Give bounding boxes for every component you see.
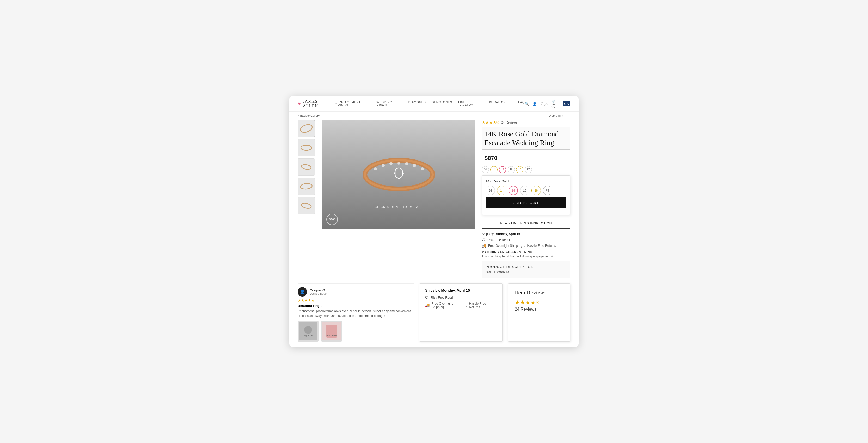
- size-14-white[interactable]: 14: [486, 186, 495, 195]
- risk-free-label: Risk-Free Retail: [488, 238, 510, 242]
- thumbnail-1[interactable]: [298, 120, 315, 137]
- thumbnail-2[interactable]: [298, 139, 315, 156]
- wishlist-icon[interactable]: ♡(0): [540, 102, 548, 106]
- ships-by-text: Ships by: Monday, April 15: [482, 232, 570, 236]
- matching-section: Matching Engagement Ring This matching b…: [482, 250, 570, 258]
- ships-risk-free: 🛡 Risk-Free Retail: [425, 295, 497, 300]
- item-reviews-title: Item Reviews: [515, 289, 563, 296]
- main-product-image[interactable]: Click & Drag to Rotate 360°: [322, 120, 475, 229]
- ships-popup: Ships by: Monday, April 15 🛡 Risk-Free R…: [419, 283, 502, 342]
- rating-row: ★★★★½ 24 Reviews: [482, 120, 570, 125]
- product-thumbnails: [298, 120, 316, 278]
- review-photo-2[interactable]: box photo: [321, 321, 342, 342]
- svg-point-6: [405, 162, 408, 165]
- top-size-14r[interactable]: 14: [499, 166, 506, 173]
- add-to-cart-button[interactable]: Add to Cart: [486, 197, 566, 209]
- review-section: 👤 Cooper G. Verified Buyer ★★★★★ Beautif…: [298, 283, 414, 342]
- cart-icon[interactable]: 🛒(0): [551, 100, 559, 107]
- svg-point-4: [390, 162, 393, 165]
- reviews-count[interactable]: 24 Reviews: [501, 121, 518, 124]
- ships-shipping-link[interactable]: Free Overnight Shipping: [432, 302, 464, 309]
- brand-name: James Allen: [303, 99, 334, 108]
- top-size-options: 14 14 14 18 18 PT: [482, 166, 570, 173]
- review-photo-1[interactable]: ring photo: [298, 321, 318, 342]
- svg-point-2: [374, 167, 377, 170]
- review-photos: ring photo box photo: [298, 321, 414, 342]
- size-14-rose-selected[interactable]: 14: [508, 186, 518, 195]
- user-icon[interactable]: 👤: [532, 102, 537, 106]
- thumbnail-5[interactable]: [298, 197, 315, 214]
- reviewer-name: Cooper G.: [310, 288, 328, 292]
- nav-fine-jewelry[interactable]: Fine Jewelry: [458, 101, 481, 107]
- nav-icons: 🔍 👤 ♡(0) 🛒(0) US: [525, 100, 570, 107]
- metal-options-popup: 14K Rose Gold 14 14 14 18 18 PT Add to C…: [482, 176, 570, 215]
- nav-diamonds[interactable]: Diamonds: [408, 101, 426, 107]
- svg-point-3: [382, 164, 385, 167]
- reviewer-info: Cooper G. Verified Buyer: [310, 288, 328, 295]
- thumbnail-3[interactable]: [298, 158, 315, 176]
- top-size-18g[interactable]: 18: [516, 166, 523, 173]
- main-content: Click & Drag to Rotate 360° ★★★★½ 24 Rev…: [289, 120, 579, 283]
- review-text: Phenomenal product that looks even bette…: [298, 309, 414, 318]
- nav-education[interactable]: Education: [487, 101, 506, 107]
- ships-shield-icon: 🛡: [425, 295, 429, 300]
- inspection-button[interactable]: Real-Time Ring Inspection: [482, 218, 570, 228]
- brand-logo[interactable]: ♥ James Allen ®: [298, 99, 338, 108]
- product-sku: SKU 16096R14: [486, 270, 566, 274]
- shield-icon: 🛡: [482, 238, 485, 242]
- locale-badge[interactable]: US: [562, 101, 570, 106]
- svg-point-7: [413, 164, 416, 167]
- ships-returns-link[interactable]: Hassle-Free Returns: [469, 302, 497, 309]
- shipping-row: 🚚 Free Overnight Shipping, Hassle-Free R…: [482, 244, 570, 248]
- svg-text:ring photo: ring photo: [303, 334, 313, 337]
- ships-risk-label: Risk-Free Retail: [431, 296, 453, 299]
- drag-icon-area: [393, 167, 405, 182]
- nav-divider: |: [512, 101, 513, 107]
- drop-hint-button[interactable]: Drop a Hint: [549, 114, 570, 118]
- top-size-pt[interactable]: PT: [525, 166, 532, 173]
- svg-point-16: [304, 326, 312, 334]
- product-info: ★★★★½ 24 Reviews 14K Rose Gold Diamond E…: [482, 120, 570, 278]
- returns-link[interactable]: Hassle-Free Returns: [527, 244, 556, 248]
- matching-desc: This matching band fits the following en…: [482, 255, 570, 258]
- verified-badge: Verified Buyer: [310, 292, 328, 295]
- product-title: 14K Rose Gold Diamond Escalade Wedding R…: [482, 127, 570, 150]
- size-pt[interactable]: PT: [543, 186, 552, 195]
- reviewer-avatar: 👤: [298, 287, 307, 296]
- thumbnail-4[interactable]: [298, 178, 315, 195]
- item-reviews-popup: Item Reviews ★★★★½ 24 Reviews: [508, 283, 570, 342]
- svg-point-8: [421, 167, 424, 170]
- star-rating: ★★★★½: [482, 120, 499, 125]
- ships-popup-title: Ships by: Monday, April 15: [425, 288, 497, 292]
- nav-faq[interactable]: FAQ: [518, 101, 525, 107]
- size-14-gold[interactable]: 14: [497, 186, 506, 195]
- product-description-box: Product Description SKU 16096R14: [482, 261, 570, 278]
- item-reviews-stars: ★★★★½: [515, 299, 563, 306]
- breadcrumb-bar: < Back to Gallery Drop a Hint: [289, 112, 579, 120]
- risk-free-row: 🛡 Risk-Free Retail: [482, 238, 570, 242]
- avatar-icon: 👤: [300, 289, 305, 294]
- ships-shipping-row: 🚚 Free Overnight Shipping, Hassle-Free R…: [425, 302, 497, 309]
- svg-marker-13: [394, 172, 395, 174]
- size-18-white[interactable]: 18: [520, 186, 529, 195]
- size-18-gold[interactable]: 18: [531, 186, 541, 195]
- svg-text:box photo: box photo: [327, 334, 337, 337]
- top-size-14g[interactable]: 14: [490, 166, 498, 173]
- logo-heart: ♥: [298, 101, 301, 107]
- product-desc-title: Product Description: [486, 265, 566, 269]
- nav-wedding-rings[interactable]: Wedding Rings: [377, 101, 403, 107]
- top-size-18w[interactable]: 18: [507, 166, 515, 173]
- nav-gemstones[interactable]: Gemstones: [432, 101, 452, 107]
- nav-engagement-rings[interactable]: Engagement Rings: [338, 101, 371, 107]
- back-to-gallery-link[interactable]: < Back to Gallery: [298, 114, 319, 117]
- svg-marker-14: [403, 172, 404, 174]
- item-reviews-count: 24 Reviews: [515, 307, 563, 312]
- drop-hint-label: Drop a Hint: [549, 114, 563, 117]
- shipping-link[interactable]: Free Overnight Shipping: [488, 244, 522, 248]
- top-size-14w[interactable]: 14: [482, 166, 489, 173]
- size-options-row: 14 14 14 18 18 PT: [486, 186, 566, 195]
- review-title: Beautiful ring!!: [298, 304, 414, 308]
- search-icon[interactable]: 🔍: [525, 102, 529, 106]
- mouse-icon: [393, 167, 405, 181]
- navigation: ♥ James Allen ® Engagement Rings Wedding…: [289, 96, 579, 112]
